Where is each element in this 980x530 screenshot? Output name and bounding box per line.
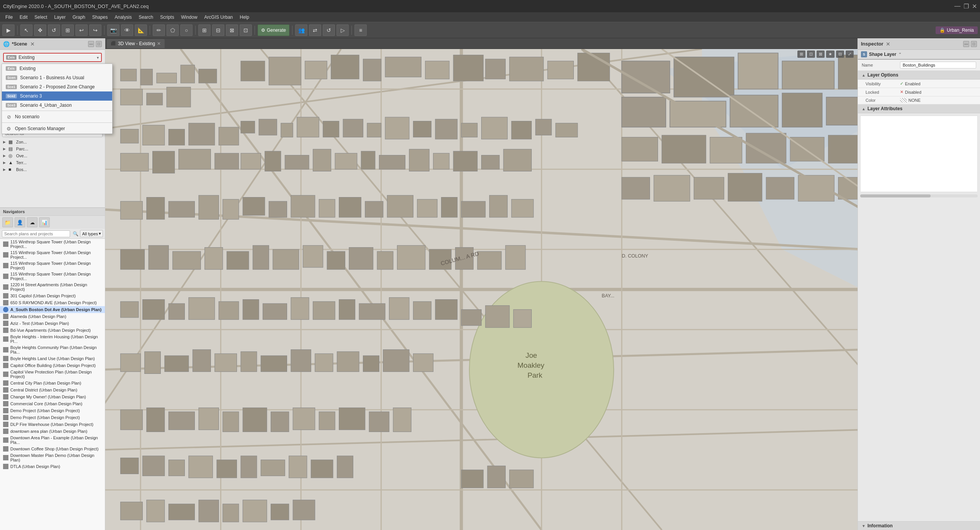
project-item-26[interactable]: Downtown Master Plan Demo (Urban Design … xyxy=(0,452,105,463)
polygon-btn[interactable]: ⬠ xyxy=(167,24,179,36)
vc-star-btn[interactable]: ★ xyxy=(826,51,835,58)
vc-layers-btn[interactable]: ⊞ xyxy=(797,51,805,58)
arrows-btn[interactable]: ⇄ xyxy=(309,24,321,36)
menu-select[interactable]: Select xyxy=(31,14,50,21)
menu-help[interactable]: Help xyxy=(237,14,252,21)
project-item-13[interactable]: Boyle Heights Land Use (Urban Design Pla… xyxy=(0,355,105,362)
undo-btn[interactable]: ↩ xyxy=(75,24,88,36)
project-item-15[interactable]: Capitol View Protection Plan (Urban Desi… xyxy=(0,369,105,380)
project-item-18[interactable]: Change My Owner! (Urban Design Plan) xyxy=(0,393,105,400)
attrs-scrollbar[interactable] xyxy=(860,194,978,197)
generate-btn[interactable]: ⚙ Generate xyxy=(258,24,289,36)
project-item-11[interactable]: Boyle Heights - Interim Housing (Urban D… xyxy=(0,334,105,344)
distribute-btn[interactable]: ⊡ xyxy=(240,24,252,36)
maximize-btn[interactable]: ❐ xyxy=(964,3,969,10)
extra-btn[interactable]: ≡ xyxy=(354,24,367,36)
layer-item-zon[interactable]: ▶ ▦ Zon... xyxy=(0,139,105,145)
menu-edit[interactable]: Edit xyxy=(16,14,31,21)
menu-file[interactable]: File xyxy=(2,14,16,21)
project-item-19[interactable]: Commercial Core (Urban Design Plan) xyxy=(0,400,105,407)
inspector-max-btn[interactable]: □ xyxy=(971,41,977,47)
project-item-5[interactable]: 301 Capitol (Urban Design Project) xyxy=(0,292,105,299)
scene-min-btn[interactable]: — xyxy=(88,41,94,47)
open-manager[interactable]: ⚙ Open Scenario Manager xyxy=(2,124,112,134)
project-item-14[interactable]: Capitol Office Building (Urban Design Pr… xyxy=(0,362,105,369)
menu-arcgis[interactable]: ArcGIS Urban xyxy=(201,14,236,21)
select-btn[interactable]: ↖ xyxy=(20,24,33,36)
chart-btn[interactable]: 📊 xyxy=(39,217,50,227)
draw-btn[interactable]: ✏ xyxy=(153,24,165,36)
project-item-1[interactable]: 115 Winthrop Square Tower (Urban Design … xyxy=(0,250,105,260)
minimize-btn[interactable]: — xyxy=(954,3,960,10)
scenario-item-4[interactable]: Sce3 Scenario 4_Urban_Jason xyxy=(2,101,112,110)
circle-btn[interactable]: ○ xyxy=(180,24,193,36)
layer-attrs-section[interactable]: ▲ Layer Attributes xyxy=(858,104,980,113)
vc-view-btn[interactable]: ⊠ xyxy=(817,51,825,58)
project-item-21[interactable]: Demo Project (Urban Design Project) xyxy=(0,414,105,421)
close-btn[interactable]: ✕ xyxy=(972,3,977,10)
move-btn[interactable]: ✥ xyxy=(34,24,46,36)
scenario-item-3[interactable]: Sce2 Scenario 3 xyxy=(2,91,112,101)
information-section[interactable]: ▼ Information xyxy=(858,521,980,530)
project-item-3[interactable]: 115 Winthrop Square Tower (Urban Design … xyxy=(0,271,105,282)
refresh-btn[interactable]: ↺ xyxy=(323,24,335,36)
type-filter-dropdown[interactable]: All types ▾ xyxy=(80,230,103,237)
menu-shapes[interactable]: Shapes xyxy=(89,14,111,21)
menu-layer[interactable]: Layer xyxy=(51,14,69,21)
redo-btn[interactable]: ↪ xyxy=(89,24,101,36)
vc-fullscreen-btn[interactable]: ⤢ xyxy=(846,51,854,58)
scenario-item-1[interactable]: Scen Scenario 1 - Business As Usual xyxy=(2,73,112,82)
window-controls[interactable]: — ❐ ✕ xyxy=(954,3,977,10)
layer-item-bos[interactable]: ▶ ■ Bos... xyxy=(0,166,105,173)
project-item-16[interactable]: Central City Plan (Urban Design Plan) xyxy=(0,380,105,386)
play2-btn[interactable]: ▷ xyxy=(336,24,349,36)
project-item-6[interactable]: 650 S RAYMOND AVE (Urban Design Project) xyxy=(0,299,105,306)
view-tab-3d[interactable]: ⬛ 3D View - Existing ✕ xyxy=(107,39,165,48)
project-item-25[interactable]: Downtown Coffee Shop (Urban Design Proje… xyxy=(0,445,105,452)
project-item-2[interactable]: 115 Winthrop Square Tower (Urban Design … xyxy=(0,260,105,271)
ruler-btn[interactable]: 📐 xyxy=(135,24,147,36)
project-item-24[interactable]: Downtown Area Plan - Example (Urban Desi… xyxy=(0,435,105,445)
project-item-12[interactable]: Boyle Heights Community Plan (Urban Desi… xyxy=(0,344,105,355)
folder-btn[interactable]: 📁 xyxy=(2,217,13,227)
vc-extra-btn[interactable]: ⊟ xyxy=(836,51,844,58)
scenario-bar[interactable]: Exis Existing ▾ xyxy=(3,53,102,62)
menu-window[interactable]: Window xyxy=(178,14,201,21)
people-btn[interactable]: 👥 xyxy=(295,24,307,36)
scene-max-btn[interactable]: □ xyxy=(96,41,102,47)
cloud-btn[interactable]: ☁ xyxy=(27,217,38,227)
view-tab-close-icon[interactable]: ✕ xyxy=(157,41,161,46)
menu-search[interactable]: Search xyxy=(136,14,156,21)
scene-close-icon[interactable]: ✕ xyxy=(30,41,35,47)
layer-item-parc[interactable]: ▶ ▤ Parc... xyxy=(0,145,105,152)
project-item-4[interactable]: 1220 H Street Apartments (Urban Design P… xyxy=(0,282,105,292)
layer-options-section[interactable]: ▲ Layer Options xyxy=(858,71,980,80)
camera-btn[interactable]: 📷 xyxy=(107,24,119,36)
menu-graph[interactable]: Graph xyxy=(69,14,88,21)
scenario-none[interactable]: ⊘ No scenario xyxy=(2,112,112,122)
menu-analysis[interactable]: Analysis xyxy=(111,14,135,21)
project-item-7[interactable]: A_South Boston Dot Ave (Urban Design Pla… xyxy=(0,306,105,313)
project-item-0[interactable]: 115 Winthrop Square Tower (Urban Design … xyxy=(0,239,105,250)
view-btn[interactable]: 👁 xyxy=(121,24,133,36)
scenario-item-existing[interactable]: Exis Existing xyxy=(2,64,112,73)
project-search-input[interactable] xyxy=(2,230,70,237)
layer-item-terr[interactable]: ▶ ▲ Terr... xyxy=(0,159,105,166)
layer-item-ove[interactable]: ▶ ◎ Ove... xyxy=(0,152,105,159)
project-item-8[interactable]: Alameda (Urban Design Plan) xyxy=(0,313,105,320)
play-btn[interactable]: ▶ xyxy=(2,24,15,36)
project-item-27[interactable]: DTLA (Urban Design Plan) xyxy=(0,463,105,470)
inspector-close-icon[interactable]: ✕ xyxy=(886,41,890,47)
city-view[interactable]: Joe Moakley Park COLUM... A RD BAY... D.… xyxy=(105,49,858,530)
project-item-22[interactable]: DLP Fire Warehouse (Urban Design Project… xyxy=(0,421,105,428)
person-btn[interactable]: 👤 xyxy=(15,217,25,227)
vc-camera-btn[interactable]: ⊡ xyxy=(807,51,815,58)
menu-scripts[interactable]: Scripts xyxy=(157,14,177,21)
project-item-17[interactable]: Central District (Urban Design Plan) xyxy=(0,386,105,393)
scale-btn[interactable]: ⊞ xyxy=(62,24,74,36)
scenario-item-2[interactable]: Sce1 Scenario 2 - Proposed Zone Change xyxy=(2,82,112,91)
project-item-20[interactable]: Demo Project (Urban Design Project) xyxy=(0,407,105,414)
rotate-btn[interactable]: ↺ xyxy=(48,24,60,36)
inspector-min-btn[interactable]: — xyxy=(963,41,969,47)
project-item-23[interactable]: downtown area plan (Urban Design Plan) xyxy=(0,428,105,435)
